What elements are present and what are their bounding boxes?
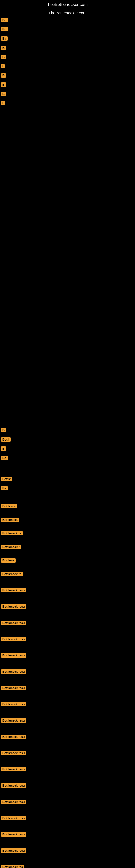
badge-19: Bottleneck re [1, 530, 23, 538]
badge-15: Bottle [1, 476, 12, 484]
badge-13: B [1, 445, 6, 453]
badge-16: Ba [1, 485, 8, 493]
badge-4: B [1, 44, 6, 52]
badge-29: Bottleneck resu [1, 685, 26, 692]
badge-24: Bottleneck resu [1, 603, 26, 611]
badge-30: Bottleneck resu [1, 701, 26, 709]
badge-1: Bo [1, 17, 8, 24]
site-title: TheBottlenecker.com [0, 0, 135, 9]
badge-12: Bottl [1, 436, 10, 444]
badge-36: Bottleneck resu [1, 799, 26, 806]
badge-11: B [1, 427, 6, 435]
badge-17: Bottlenec [1, 503, 17, 510]
badge-20: Bottleneck r [1, 544, 21, 551]
badge-7: B [1, 72, 6, 80]
badge-28: Bottleneck resu [1, 669, 26, 676]
badge-21: Bottlene [1, 557, 16, 565]
badge-23: Bottleneck resu [1, 587, 26, 595]
badge-8: B [1, 82, 6, 89]
badge-38: Bottleneck resu [1, 831, 26, 839]
badge-39: Bottleneck resu [1, 847, 26, 855]
badge-10: I [1, 100, 5, 107]
badge-37: Bottleneck resu [1, 815, 26, 823]
badge-5: B [1, 54, 6, 61]
badge-40: Bottleneck res [1, 864, 24, 868]
badge-14: Bo [1, 455, 8, 462]
badge-22: Bottleneck re [1, 571, 23, 578]
badge-32: Bottleneck resu [1, 734, 26, 741]
badge-34: Bottleneck resu [1, 766, 26, 774]
page-header: TheBottlenecker.com [0, 10, 135, 15]
badge-9: B [1, 91, 6, 98]
badge-25: Bottleneck resu [1, 620, 26, 627]
badge-27: Bottleneck resu [1, 652, 26, 660]
badge-6: I [1, 63, 5, 70]
badge-3: Ba [1, 35, 8, 43]
badge-35: Bottleneck resu [1, 782, 26, 790]
badge-2: Bo [1, 26, 8, 34]
badge-26: Bottleneck resu [1, 636, 26, 643]
badge-33: Bottleneck resu [1, 750, 26, 757]
badge-31: Bottleneck resu [1, 717, 26, 725]
badge-18: Bottleneck [1, 517, 19, 524]
